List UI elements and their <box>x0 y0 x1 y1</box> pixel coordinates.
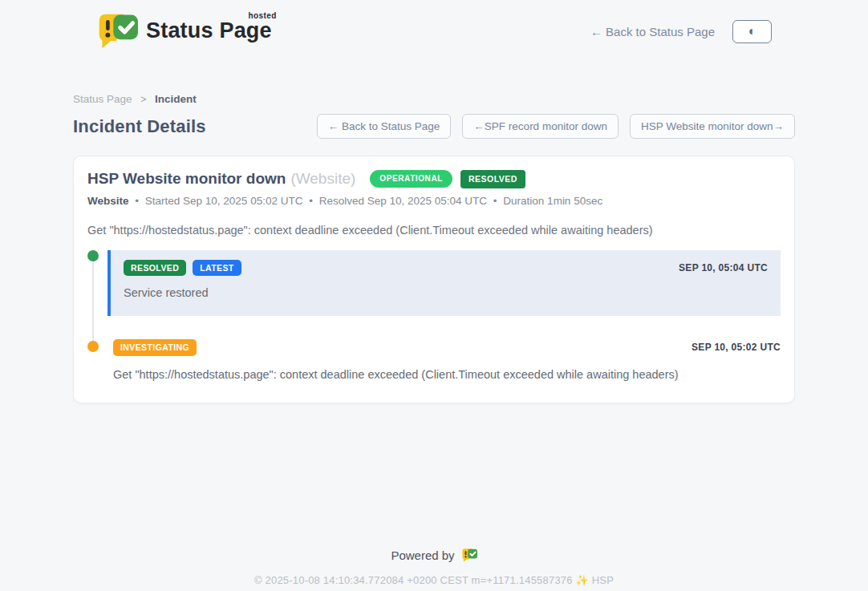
page-title: Incident Details <box>73 116 206 137</box>
timeline-entry-header: INVESTIGATING SEP 10, 05:02 UTC <box>113 339 781 356</box>
incident-nav-buttons: ← Back to Status Page ←SPF record monito… <box>317 114 795 139</box>
half-circle-icon: ◐ <box>748 25 756 38</box>
status-page-logo-icon-small <box>461 548 477 563</box>
brand-text-wrap: Status Page hosted <box>146 12 272 43</box>
timeline-message: Get "https://hostedstatus.page": context… <box>113 368 781 381</box>
meta-separator: • <box>135 195 139 207</box>
resolved-time: Resolved Sep 10, 2025 05:04 UTC <box>319 195 487 207</box>
powered-by-label: Powered by <box>391 548 454 562</box>
latest-badge: LATEST <box>193 260 241 277</box>
topbar-right: ← Back to Status Page ◐ <box>590 20 772 43</box>
incident-duration: Duration 1min 50sec <box>503 195 602 207</box>
timeline-entry-content: RESOLVED LATEST SEP 10, 05:04 UTC Servic… <box>107 250 781 317</box>
meta-separator: • <box>309 195 313 207</box>
breadcrumb: Status Page > Incident <box>73 93 795 105</box>
back-to-status-page-link[interactable]: ← Back to Status Page <box>590 25 715 38</box>
incident-card: HSP Website monitor down (Website) OPERA… <box>73 156 795 403</box>
monitor-name: Website <box>87 195 129 207</box>
incident-title-row: HSP Website monitor down (Website) OPERA… <box>87 170 781 188</box>
status-page-logo-icon <box>96 12 138 51</box>
timeline-entry-header: RESOLVED LATEST SEP 10, 05:04 UTC <box>124 260 768 277</box>
incident-meta-line: Website • Started Sep 10, 2025 05:02 UTC… <box>87 195 781 207</box>
breadcrumb-incident: Incident <box>155 93 197 105</box>
resolved-state-badge: RESOLVED <box>460 170 525 188</box>
incident-timeline: RESOLVED LATEST SEP 10, 05:04 UTC Servic… <box>87 250 781 381</box>
top-header: Status Page hosted ← Back to Status Page… <box>0 0 868 51</box>
theme-toggle-button[interactable]: ◐ <box>732 20 772 43</box>
timeline-badges: RESOLVED LATEST <box>124 260 241 277</box>
timeline-entry-resolved: RESOLVED LATEST SEP 10, 05:04 UTC Servic… <box>87 250 781 317</box>
back-to-status-page-button[interactable]: ← Back to Status Page <box>317 114 452 139</box>
timeline-dot-green <box>87 250 99 261</box>
incident-component: (Website) <box>290 170 355 188</box>
timeline-timestamp: SEP 10, 05:02 UTC <box>692 342 781 353</box>
timeline-timestamp: SEP 10, 05:04 UTC <box>679 262 768 273</box>
brand-name: Status Page <box>146 18 272 43</box>
investigating-badge: INVESTIGATING <box>113 339 197 356</box>
timeline-message: Service restored <box>124 286 768 299</box>
next-incident-button[interactable]: HSP Website monitor down→ <box>630 114 795 139</box>
breadcrumb-status-page[interactable]: Status Page <box>73 93 132 105</box>
timeline-badges: INVESTIGATING <box>113 339 197 356</box>
timeline-entry-content: INVESTIGATING SEP 10, 05:02 UTC Get "htt… <box>107 339 781 381</box>
title-row: Incident Details ← Back to Status Page ←… <box>73 114 795 139</box>
brand-hosted-tag: hosted <box>249 11 277 20</box>
brand-logo[interactable]: Status Page hosted <box>96 12 272 51</box>
page-footer: Powered by © 2025-10-08 14:10:34.772084 … <box>0 548 868 586</box>
timeline-dot-orange <box>87 341 99 352</box>
prev-incident-button[interactable]: ←SPF record monitor down <box>462 114 619 139</box>
operational-status-badge: OPERATIONAL <box>370 170 452 188</box>
main-content: Status Page > Incident Incident Details … <box>73 93 795 403</box>
incident-description: Get "https://hostedstatus.page": context… <box>87 224 781 237</box>
meta-separator: • <box>493 195 497 207</box>
resolved-badge: RESOLVED <box>124 260 186 277</box>
powered-by[interactable]: Powered by <box>391 548 477 563</box>
timeline-entry-investigating: INVESTIGATING SEP 10, 05:02 UTC Get "htt… <box>87 339 781 381</box>
breadcrumb-separator: > <box>140 94 146 105</box>
copyright-line: © 2025-10-08 14:10:34.772084 +0200 CEST … <box>0 574 868 586</box>
incident-title: HSP Website monitor down <box>87 170 286 188</box>
started-time: Started Sep 10, 2025 05:02 UTC <box>145 195 303 207</box>
